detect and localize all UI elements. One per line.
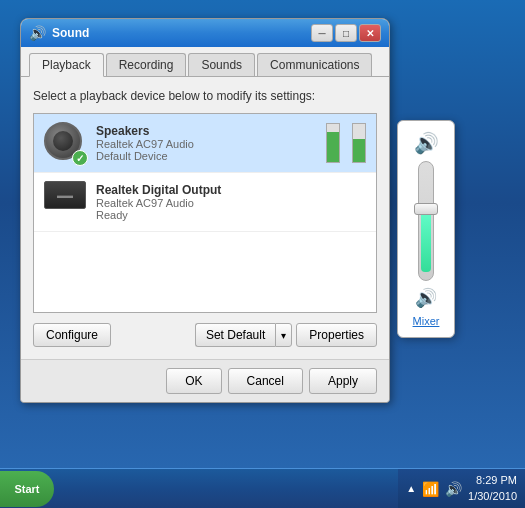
taskbar-clock: 8:29 PM 1/30/2010 bbox=[468, 473, 517, 504]
dialog-title-text: Sound bbox=[52, 26, 89, 40]
notify-expand-arrow[interactable]: ▲ bbox=[406, 483, 416, 494]
minimize-button[interactable]: ─ bbox=[311, 24, 333, 42]
taskbar-network-icon: 📶 bbox=[422, 481, 439, 497]
properties-button[interactable]: Properties bbox=[296, 323, 377, 347]
level-bar-speakers2 bbox=[352, 123, 366, 163]
set-default-group: Set Default ▾ bbox=[195, 323, 292, 347]
dialog-controls: ─ □ ✕ bbox=[311, 24, 381, 42]
sound-title-icon: 🔊 bbox=[29, 25, 46, 41]
volume-speaker-icon: 🔊 bbox=[414, 131, 439, 155]
device-info-digital: Realtek Digital Output Realtek AC97 Audi… bbox=[96, 183, 366, 221]
cancel-button[interactable]: Cancel bbox=[228, 368, 303, 394]
tabs-bar: Playback Recording Sounds Communications bbox=[21, 47, 389, 77]
volume-mute-icon[interactable]: 🔊 bbox=[415, 287, 437, 309]
set-default-button[interactable]: Set Default bbox=[195, 323, 275, 347]
digital-device-icon: ▬▬ bbox=[44, 181, 86, 223]
volume-popup: 🔊 🔊 Mixer bbox=[397, 120, 455, 338]
dialog-bottom-buttons: Configure Set Default ▾ Properties bbox=[33, 323, 377, 347]
dialog-description: Select a playback device below to modify… bbox=[33, 89, 377, 103]
dialog-actions: OK Cancel Apply bbox=[21, 359, 389, 402]
tab-playback[interactable]: Playback bbox=[29, 53, 104, 77]
device-item-speakers[interactable]: ✓ Speakers Realtek AC97 Audio Default De… bbox=[34, 114, 376, 173]
desktop: 🔊 Sound ─ □ ✕ Playback Recording Sounds … bbox=[0, 0, 525, 508]
ok-button[interactable]: OK bbox=[166, 368, 221, 394]
device-list[interactable]: ✓ Speakers Realtek AC97 Audio Default De… bbox=[33, 113, 377, 313]
tab-recording[interactable]: Recording bbox=[106, 53, 187, 76]
clock-time: 8:29 PM bbox=[468, 473, 517, 488]
device-name-speakers: Speakers bbox=[96, 124, 316, 138]
device-name-digital: Realtek Digital Output bbox=[96, 183, 366, 197]
device-sub-speakers: Realtek AC97 Audio bbox=[96, 138, 316, 150]
clock-date: 1/30/2010 bbox=[468, 489, 517, 504]
set-default-dropdown-button[interactable]: ▾ bbox=[275, 323, 292, 347]
speaker-device-icon: ✓ bbox=[44, 122, 86, 164]
taskbar: Start ▲ 📶 🔊 8:29 PM 1/30/2010 bbox=[0, 468, 525, 508]
title-left: 🔊 Sound bbox=[29, 25, 89, 41]
volume-slider-fill bbox=[421, 207, 431, 272]
taskbar-volume-icon[interactable]: 🔊 bbox=[445, 481, 462, 497]
maximize-button[interactable]: □ bbox=[335, 24, 357, 42]
default-check-badge: ✓ bbox=[72, 150, 88, 166]
taskbar-notification-area: ▲ 📶 🔊 8:29 PM 1/30/2010 bbox=[398, 469, 525, 508]
level-fill-speakers bbox=[327, 132, 339, 162]
tab-sounds[interactable]: Sounds bbox=[188, 53, 255, 76]
sound-dialog: 🔊 Sound ─ □ ✕ Playback Recording Sounds … bbox=[20, 18, 390, 403]
dialog-content: Select a playback device below to modify… bbox=[21, 77, 389, 359]
level-bar-speakers bbox=[326, 123, 340, 163]
start-button[interactable]: Start bbox=[0, 471, 54, 507]
digital-icon-shape: ▬▬ bbox=[44, 181, 86, 209]
device-status-speakers: Default Device bbox=[96, 150, 316, 162]
apply-button[interactable]: Apply bbox=[309, 368, 377, 394]
tab-communications[interactable]: Communications bbox=[257, 53, 372, 76]
device-status-digital: Ready bbox=[96, 209, 366, 221]
dialog-titlebar: 🔊 Sound ─ □ ✕ bbox=[21, 19, 389, 47]
right-buttons: Set Default ▾ Properties bbox=[195, 323, 377, 347]
device-item-digital[interactable]: ▬▬ Realtek Digital Output Realtek AC97 A… bbox=[34, 173, 376, 232]
mixer-link[interactable]: Mixer bbox=[413, 315, 440, 327]
volume-slider-track[interactable] bbox=[418, 161, 434, 281]
close-button[interactable]: ✕ bbox=[359, 24, 381, 42]
configure-button[interactable]: Configure bbox=[33, 323, 111, 347]
device-sub-digital: Realtek AC97 Audio bbox=[96, 197, 366, 209]
volume-slider-thumb[interactable] bbox=[414, 203, 438, 215]
device-info-speakers: Speakers Realtek AC97 Audio Default Devi… bbox=[96, 124, 316, 162]
